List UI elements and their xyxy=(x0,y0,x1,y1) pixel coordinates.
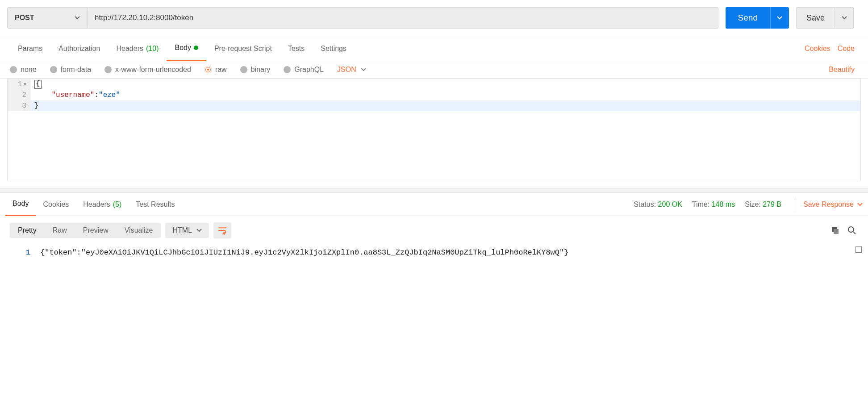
headers-count-badge: (10) xyxy=(146,45,159,53)
response-tab-test-results[interactable]: Test Results xyxy=(129,193,182,216)
response-body-viewer[interactable]: 1 {"token":"eyJ0eXAiOiJKV1QiLCJhbGciOiJI… xyxy=(0,245,868,284)
view-visualize[interactable]: Visualize xyxy=(117,223,161,238)
code-link[interactable]: Code xyxy=(834,45,858,53)
request-url-input[interactable] xyxy=(88,7,718,29)
search-icon xyxy=(847,226,856,235)
time-label: Time: 148 ms xyxy=(692,200,735,209)
fold-caret-icon[interactable]: ▼ xyxy=(24,82,26,87)
svg-rect-1 xyxy=(834,229,839,234)
response-body-text: {"token":"eyJ0eXAiOiJKV1QiLCJhbGciOiJIUz… xyxy=(40,248,868,257)
body-modified-dot-icon xyxy=(194,46,198,50)
time-value: 148 ms xyxy=(712,200,735,208)
save-response-dropdown[interactable]: Save Response xyxy=(795,198,863,211)
send-button[interactable]: Send xyxy=(726,7,770,29)
cookies-link[interactable]: Cookies xyxy=(801,45,834,53)
response-tab-headers[interactable]: Headers (5) xyxy=(76,193,129,216)
svg-line-3 xyxy=(853,232,855,234)
status-label: Status: 200 OK xyxy=(634,200,682,209)
save-button[interactable]: Save xyxy=(796,7,835,29)
send-dropdown[interactable] xyxy=(770,7,789,29)
tab-authorization[interactable]: Authorization xyxy=(50,36,108,61)
view-preview[interactable]: Preview xyxy=(75,223,117,238)
chevron-down-icon xyxy=(361,68,366,71)
http-method-value: POST xyxy=(15,14,34,22)
svg-point-2 xyxy=(848,227,854,232)
tab-prerequest[interactable]: Pre-request Script xyxy=(206,36,280,61)
beautify-link[interactable]: Beautify xyxy=(825,66,858,74)
tab-headers[interactable]: Headers (10) xyxy=(108,36,167,61)
size-label: Size: 279 B xyxy=(745,200,781,209)
tab-body[interactable]: Body xyxy=(167,36,206,61)
line-wrap-toggle[interactable] xyxy=(213,222,231,238)
body-type-graphql[interactable]: GraphQL xyxy=(284,66,324,74)
size-value: 279 B xyxy=(763,200,781,208)
body-type-none[interactable]: none xyxy=(10,66,37,74)
scrollbar-marker[interactable] xyxy=(855,246,862,253)
http-method-dropdown[interactable]: POST xyxy=(7,7,88,29)
copy-icon xyxy=(830,226,839,235)
chevron-down-icon xyxy=(777,16,782,20)
chevron-down-icon xyxy=(196,229,202,232)
view-pretty[interactable]: Pretty xyxy=(10,223,45,238)
body-type-urlencoded[interactable]: x-www-form-urlencoded xyxy=(104,66,191,74)
request-body-editor[interactable]: 1▼ { 2 "username":"eze" 3 } xyxy=(7,79,861,181)
copy-response-button[interactable] xyxy=(829,224,841,237)
response-format-dropdown[interactable]: HTML xyxy=(165,223,209,238)
view-raw[interactable]: Raw xyxy=(45,223,75,238)
chevron-down-icon xyxy=(75,16,80,20)
response-tab-body[interactable]: Body xyxy=(5,193,36,216)
save-dropdown[interactable] xyxy=(835,7,854,29)
response-headers-count-badge: (5) xyxy=(113,200,122,209)
chevron-down-icon xyxy=(842,16,847,20)
body-language-dropdown[interactable]: JSON xyxy=(337,66,366,74)
response-line-number: 1 xyxy=(0,248,40,257)
body-type-form-data[interactable]: form-data xyxy=(50,66,91,74)
body-type-binary[interactable]: binary xyxy=(240,66,271,74)
tab-tests[interactable]: Tests xyxy=(280,36,313,61)
body-type-raw[interactable]: raw xyxy=(204,66,227,74)
wrap-icon xyxy=(218,226,227,235)
tab-settings[interactable]: Settings xyxy=(313,36,355,61)
tab-params[interactable]: Params xyxy=(10,36,50,61)
status-value: 200 OK xyxy=(658,200,682,208)
chevron-down-icon xyxy=(857,203,863,206)
response-tab-cookies[interactable]: Cookies xyxy=(36,193,76,216)
search-response-button[interactable] xyxy=(846,224,858,237)
